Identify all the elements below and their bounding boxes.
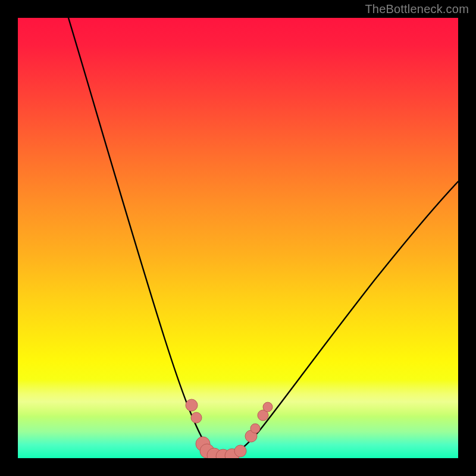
- watermark-text: TheBottleneck.com: [365, 2, 469, 16]
- chart-stage: TheBottleneck.com: [0, 0, 476, 476]
- plot-gradient-background: [18, 18, 458, 458]
